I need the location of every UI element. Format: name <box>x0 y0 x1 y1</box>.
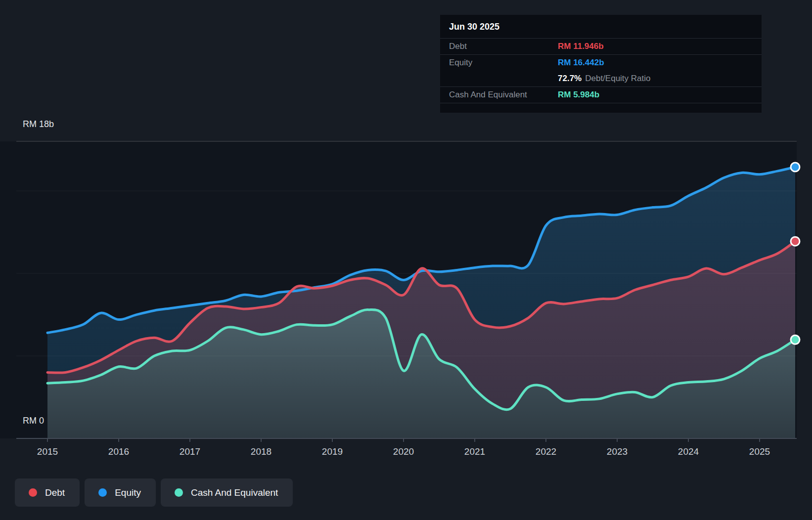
tooltip-date: Jun 30 2025 <box>440 15 762 39</box>
debt-series-dot-icon <box>29 488 37 497</box>
legend: Debt Equity Cash And Equivalent <box>15 478 293 507</box>
cash-and-equivalent-endpoint-dot <box>791 335 800 344</box>
x-tick-label-2018: 2018 <box>251 446 271 457</box>
x-tick-label-2023: 2023 <box>607 446 628 457</box>
legend-cash-label: Cash And Equivalent <box>191 487 278 498</box>
cash-series-dot-icon <box>175 488 183 497</box>
tooltip-cash-value: RM 5.984b <box>558 90 599 100</box>
x-tick-label-2025: 2025 <box>749 446 770 457</box>
tooltip-equity-label: Equity <box>440 58 558 68</box>
legend-item-cash[interactable]: Cash And Equivalent <box>161 478 293 507</box>
legend-equity-label: Equity <box>115 487 141 498</box>
legend-item-debt[interactable]: Debt <box>15 478 80 507</box>
x-tick-label-2017: 2017 <box>180 446 200 457</box>
legend-item-equity[interactable]: Equity <box>85 478 156 507</box>
y-axis-zero-label: RM 0 <box>23 416 44 426</box>
tooltip-ratio-value: 72.7% <box>558 74 582 84</box>
tooltip-cash-label: Cash And Equivalent <box>440 90 558 100</box>
tooltip-debt-value: RM 11.946b <box>558 42 604 51</box>
x-tick-label-2022: 2022 <box>536 446 556 457</box>
tooltip-ratio-label: Debt/Equity Ratio <box>585 74 650 84</box>
x-tick-label-2021: 2021 <box>464 446 485 457</box>
hover-tooltip: Jun 30 2025 Debt RM 11.946b Equity RM 16… <box>440 15 762 113</box>
x-tick-label-2015: 2015 <box>37 446 58 457</box>
x-tick-label-2024: 2024 <box>678 446 699 457</box>
x-tick-label-2020: 2020 <box>393 446 414 457</box>
equity-series-dot-icon <box>98 488 107 497</box>
debt-endpoint-dot <box>791 237 800 246</box>
x-tick-label-2019: 2019 <box>322 446 343 457</box>
equity-endpoint-dot <box>791 163 800 172</box>
tooltip-debt-label: Debt <box>440 42 558 51</box>
debt-equity-history-chart: 2015201620172018201920202021202220232024… <box>0 0 812 520</box>
legend-debt-label: Debt <box>45 487 65 498</box>
y-axis-max-label: RM 18b <box>23 119 54 130</box>
x-tick-label-2016: 2016 <box>108 446 129 457</box>
tooltip-equity-value: RM 16.442b <box>558 58 604 68</box>
